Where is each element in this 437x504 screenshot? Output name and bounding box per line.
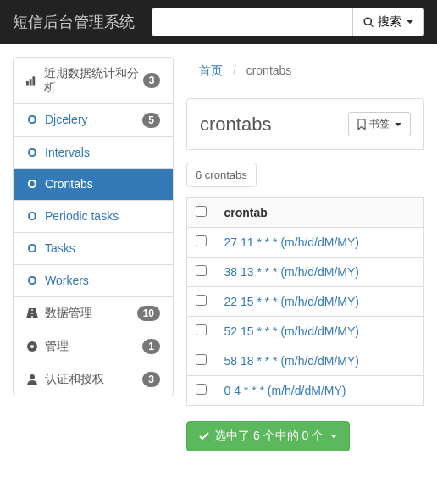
circle-icon: O	[26, 209, 38, 224]
caret-down-icon	[330, 435, 337, 438]
page-title: crontabs	[200, 114, 271, 136]
breadcrumb-current: crontabs	[246, 64, 292, 77]
sidebar-item-djcelery[interactable]: ODjcelery 5	[14, 104, 173, 137]
sidebar-item-periodic-tasks[interactable]: OPeriodic tasks	[14, 201, 173, 233]
crontab-link[interactable]: 52 15 * * * (m/h/d/dM/MY)	[224, 324, 360, 338]
bookmark-button[interactable]: 书签	[348, 112, 411, 136]
count-pill: 6 crontabs	[186, 163, 257, 187]
table-row: 52 15 * * * (m/h/d/dM/MY)	[187, 317, 424, 346]
table-row: 58 18 * * * (m/h/d/dM/MY)	[187, 346, 424, 376]
crontab-link[interactable]: 27 11 * * * (m/h/d/dM/MY)	[224, 235, 360, 249]
row-checkbox[interactable]	[196, 354, 207, 365]
svg-rect-3	[30, 79, 32, 85]
col-header-crontab[interactable]: crontab	[216, 198, 424, 228]
bookmark-icon	[357, 119, 366, 130]
sidebar-item-label: 管理	[45, 339, 69, 353]
row-checkbox[interactable]	[196, 235, 207, 246]
sidebar: 近期数据统计和分析 3 ODjcelery 5 OIntervals OCron…	[13, 57, 174, 396]
user-icon	[26, 374, 38, 385]
row-checkbox[interactable]	[196, 265, 207, 276]
search-form: 搜索	[152, 8, 424, 36]
svg-point-11	[30, 374, 35, 379]
crontab-link[interactable]: 58 18 * * * (m/h/d/dM/MY)	[224, 354, 360, 368]
road-icon	[26, 308, 38, 318]
row-checkbox[interactable]	[196, 324, 207, 335]
main-content: 首页 / crontabs crontabs 书签 6 crontabs cro…	[186, 57, 424, 451]
svg-rect-2	[26, 81, 29, 86]
svg-rect-8	[31, 316, 32, 318]
search-button[interactable]: 搜索	[353, 8, 424, 36]
crontab-link[interactable]: 0 4 * * * (m/h/d/dM/MY)	[224, 384, 346, 397]
circle-icon: O	[26, 146, 38, 160]
svg-point-0	[364, 18, 371, 25]
breadcrumb-sep: /	[233, 64, 236, 77]
sidebar-item-label: Workers	[45, 274, 89, 288]
badge: 3	[143, 73, 160, 88]
sidebar-item-label: 认证和授权	[45, 372, 104, 386]
circle-icon: O	[26, 274, 38, 288]
sidebar-item-label: Intervals	[45, 146, 90, 160]
sidebar-item-crontabs[interactable]: OCrontabs	[14, 169, 173, 201]
svg-rect-4	[32, 76, 35, 85]
selection-label: 选中了 6 个中的 0 个	[214, 429, 324, 444]
sidebar-item-workers[interactable]: OWorkers	[14, 265, 173, 297]
row-checkbox[interactable]	[196, 295, 207, 306]
breadcrumb: 首页 / crontabs	[186, 57, 424, 86]
badge: 3	[142, 372, 160, 387]
chart-icon	[26, 75, 37, 86]
svg-line-1	[371, 24, 374, 27]
sidebar-item-label: 数据管理	[45, 306, 92, 320]
table-row: 0 4 * * * (m/h/d/dM/MY)	[187, 376, 424, 406]
search-label: 搜索	[378, 14, 401, 30]
circle-icon: O	[26, 177, 38, 191]
selection-button[interactable]: 选中了 6 个中的 0 个	[186, 421, 350, 451]
brand-title: 短信后台管理系统	[13, 12, 135, 32]
search-icon	[363, 17, 374, 28]
sidebar-item-label: Djcelery	[45, 113, 88, 127]
sidebar-item-auth[interactable]: 认证和授权 3	[14, 363, 173, 396]
sidebar-item-datamgmt[interactable]: 数据管理 10	[14, 297, 173, 330]
check-icon	[199, 431, 209, 441]
sidebar-item-label: Periodic tasks	[45, 209, 119, 224]
sidebar-item-label: Tasks	[45, 241, 75, 256]
sidebar-item-tasks[interactable]: OTasks	[14, 233, 173, 265]
circle-icon: O	[26, 113, 38, 127]
bookmark-label: 书签	[369, 117, 390, 131]
caret-down-icon	[395, 123, 401, 126]
crontab-table: crontab 27 11 * * * (m/h/d/dM/MY) 38 13 …	[186, 197, 424, 406]
sidebar-item-stats[interactable]: 近期数据统计和分析 3	[14, 58, 173, 104]
sidebar-item-admin[interactable]: 管理 1	[14, 330, 173, 363]
table-row: 22 15 * * * (m/h/d/dM/MY)	[187, 287, 424, 317]
crontab-link[interactable]: 22 15 * * * (m/h/d/dM/MY)	[224, 295, 360, 308]
badge: 1	[142, 339, 160, 354]
sidebar-item-label: Crontabs	[45, 177, 93, 191]
table-row: 38 13 * * * (m/h/d/dM/MY)	[187, 258, 424, 287]
svg-point-10	[30, 345, 34, 348]
sidebar-item-label: 近期数据统计和分析	[44, 66, 143, 95]
row-checkbox[interactable]	[196, 384, 207, 395]
search-input[interactable]	[152, 8, 353, 36]
circle-icon: O	[26, 241, 38, 256]
panel-header: crontabs 书签	[186, 98, 424, 150]
badge: 5	[142, 113, 160, 128]
sidebar-item-intervals[interactable]: OIntervals	[14, 137, 173, 169]
breadcrumb-home[interactable]: 首页	[199, 64, 223, 77]
crontab-link[interactable]: 38 13 * * * (m/h/d/dM/MY)	[224, 265, 360, 279]
table-row: 27 11 * * * (m/h/d/dM/MY)	[187, 228, 424, 258]
svg-rect-6	[31, 309, 32, 311]
svg-rect-7	[31, 313, 32, 314]
navbar: 短信后台管理系统 搜索	[0, 0, 437, 44]
gear-icon	[26, 341, 38, 352]
caret-down-icon	[407, 20, 413, 24]
badge: 10	[137, 306, 160, 321]
select-all-checkbox[interactable]	[196, 206, 207, 217]
